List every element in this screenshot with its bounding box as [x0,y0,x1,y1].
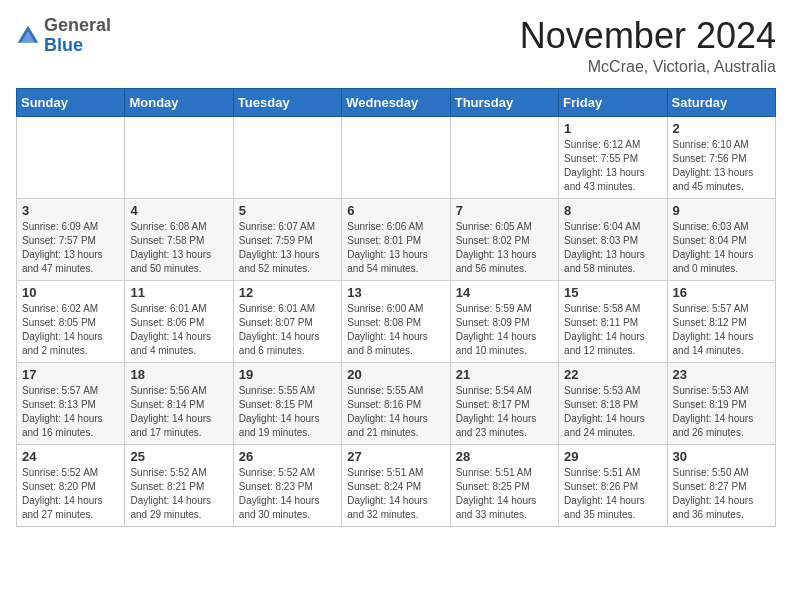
calendar-cell: 25Sunrise: 5:52 AM Sunset: 8:21 PM Dayli… [125,444,233,526]
day-number: 27 [347,449,444,464]
page-header: General Blue November 2024 McCrae, Victo… [16,16,776,76]
day-info: Sunrise: 6:10 AM Sunset: 7:56 PM Dayligh… [673,138,770,194]
location: McCrae, Victoria, Australia [520,58,776,76]
day-number: 12 [239,285,336,300]
calendar-cell: 30Sunrise: 5:50 AM Sunset: 8:27 PM Dayli… [667,444,775,526]
day-number: 22 [564,367,661,382]
calendar-cell: 6Sunrise: 6:06 AM Sunset: 8:01 PM Daylig… [342,198,450,280]
day-info: Sunrise: 5:57 AM Sunset: 8:13 PM Dayligh… [22,384,119,440]
day-info: Sunrise: 6:08 AM Sunset: 7:58 PM Dayligh… [130,220,227,276]
calendar-cell: 26Sunrise: 5:52 AM Sunset: 8:23 PM Dayli… [233,444,341,526]
day-number: 30 [673,449,770,464]
calendar-header-row: SundayMondayTuesdayWednesdayThursdayFrid… [17,88,776,116]
calendar-cell: 29Sunrise: 5:51 AM Sunset: 8:26 PM Dayli… [559,444,667,526]
column-header-friday: Friday [559,88,667,116]
calendar-cell: 11Sunrise: 6:01 AM Sunset: 8:06 PM Dayli… [125,280,233,362]
column-header-sunday: Sunday [17,88,125,116]
calendar-cell: 3Sunrise: 6:09 AM Sunset: 7:57 PM Daylig… [17,198,125,280]
day-info: Sunrise: 6:02 AM Sunset: 8:05 PM Dayligh… [22,302,119,358]
calendar-cell: 27Sunrise: 5:51 AM Sunset: 8:24 PM Dayli… [342,444,450,526]
calendar-cell: 23Sunrise: 5:53 AM Sunset: 8:19 PM Dayli… [667,362,775,444]
day-info: Sunrise: 6:01 AM Sunset: 8:07 PM Dayligh… [239,302,336,358]
day-number: 20 [347,367,444,382]
calendar-cell [17,116,125,198]
day-number: 17 [22,367,119,382]
day-info: Sunrise: 5:55 AM Sunset: 8:15 PM Dayligh… [239,384,336,440]
day-info: Sunrise: 6:07 AM Sunset: 7:59 PM Dayligh… [239,220,336,276]
column-header-thursday: Thursday [450,88,558,116]
calendar-cell [233,116,341,198]
calendar-cell: 1Sunrise: 6:12 AM Sunset: 7:55 PM Daylig… [559,116,667,198]
calendar-cell: 13Sunrise: 6:00 AM Sunset: 8:08 PM Dayli… [342,280,450,362]
day-info: Sunrise: 6:12 AM Sunset: 7:55 PM Dayligh… [564,138,661,194]
logo-text: General Blue [44,16,111,56]
calendar-cell: 16Sunrise: 5:57 AM Sunset: 8:12 PM Dayli… [667,280,775,362]
day-number: 24 [22,449,119,464]
logo-blue: Blue [44,35,83,55]
calendar-cell: 21Sunrise: 5:54 AM Sunset: 8:17 PM Dayli… [450,362,558,444]
day-number: 26 [239,449,336,464]
logo-icon [16,24,40,48]
day-number: 21 [456,367,553,382]
day-number: 11 [130,285,227,300]
calendar-cell [450,116,558,198]
calendar-cell: 19Sunrise: 5:55 AM Sunset: 8:15 PM Dayli… [233,362,341,444]
day-number: 13 [347,285,444,300]
day-info: Sunrise: 5:52 AM Sunset: 8:20 PM Dayligh… [22,466,119,522]
calendar-cell: 24Sunrise: 5:52 AM Sunset: 8:20 PM Dayli… [17,444,125,526]
day-info: Sunrise: 5:56 AM Sunset: 8:14 PM Dayligh… [130,384,227,440]
calendar-cell: 20Sunrise: 5:55 AM Sunset: 8:16 PM Dayli… [342,362,450,444]
day-info: Sunrise: 6:03 AM Sunset: 8:04 PM Dayligh… [673,220,770,276]
calendar-cell: 15Sunrise: 5:58 AM Sunset: 8:11 PM Dayli… [559,280,667,362]
day-number: 16 [673,285,770,300]
calendar-table: SundayMondayTuesdayWednesdayThursdayFrid… [16,88,776,527]
day-info: Sunrise: 5:54 AM Sunset: 8:17 PM Dayligh… [456,384,553,440]
day-number: 19 [239,367,336,382]
day-info: Sunrise: 6:04 AM Sunset: 8:03 PM Dayligh… [564,220,661,276]
day-info: Sunrise: 6:01 AM Sunset: 8:06 PM Dayligh… [130,302,227,358]
calendar-week-row: 10Sunrise: 6:02 AM Sunset: 8:05 PM Dayli… [17,280,776,362]
calendar-cell: 5Sunrise: 6:07 AM Sunset: 7:59 PM Daylig… [233,198,341,280]
calendar-cell: 17Sunrise: 5:57 AM Sunset: 8:13 PM Dayli… [17,362,125,444]
day-info: Sunrise: 5:51 AM Sunset: 8:25 PM Dayligh… [456,466,553,522]
day-info: Sunrise: 5:53 AM Sunset: 8:19 PM Dayligh… [673,384,770,440]
calendar-cell: 7Sunrise: 6:05 AM Sunset: 8:02 PM Daylig… [450,198,558,280]
column-header-monday: Monday [125,88,233,116]
day-number: 15 [564,285,661,300]
calendar-week-row: 1Sunrise: 6:12 AM Sunset: 7:55 PM Daylig… [17,116,776,198]
day-number: 6 [347,203,444,218]
calendar-cell: 28Sunrise: 5:51 AM Sunset: 8:25 PM Dayli… [450,444,558,526]
day-number: 29 [564,449,661,464]
day-info: Sunrise: 6:09 AM Sunset: 7:57 PM Dayligh… [22,220,119,276]
logo: General Blue [16,16,111,56]
day-info: Sunrise: 6:00 AM Sunset: 8:08 PM Dayligh… [347,302,444,358]
day-info: Sunrise: 5:59 AM Sunset: 8:09 PM Dayligh… [456,302,553,358]
month-title: November 2024 [520,16,776,56]
day-number: 18 [130,367,227,382]
calendar-week-row: 3Sunrise: 6:09 AM Sunset: 7:57 PM Daylig… [17,198,776,280]
calendar-cell: 22Sunrise: 5:53 AM Sunset: 8:18 PM Dayli… [559,362,667,444]
day-info: Sunrise: 6:05 AM Sunset: 8:02 PM Dayligh… [456,220,553,276]
calendar-cell: 8Sunrise: 6:04 AM Sunset: 8:03 PM Daylig… [559,198,667,280]
column-header-saturday: Saturday [667,88,775,116]
calendar-cell: 9Sunrise: 6:03 AM Sunset: 8:04 PM Daylig… [667,198,775,280]
calendar-cell [125,116,233,198]
day-number: 10 [22,285,119,300]
logo-general: General [44,15,111,35]
day-number: 7 [456,203,553,218]
day-info: Sunrise: 5:55 AM Sunset: 8:16 PM Dayligh… [347,384,444,440]
calendar-cell [342,116,450,198]
day-number: 4 [130,203,227,218]
day-number: 3 [22,203,119,218]
calendar-cell: 14Sunrise: 5:59 AM Sunset: 8:09 PM Dayli… [450,280,558,362]
day-info: Sunrise: 5:50 AM Sunset: 8:27 PM Dayligh… [673,466,770,522]
day-number: 2 [673,121,770,136]
day-number: 1 [564,121,661,136]
day-info: Sunrise: 6:06 AM Sunset: 8:01 PM Dayligh… [347,220,444,276]
calendar-week-row: 17Sunrise: 5:57 AM Sunset: 8:13 PM Dayli… [17,362,776,444]
day-info: Sunrise: 5:58 AM Sunset: 8:11 PM Dayligh… [564,302,661,358]
day-number: 5 [239,203,336,218]
title-block: November 2024 McCrae, Victoria, Australi… [520,16,776,76]
day-number: 23 [673,367,770,382]
calendar-week-row: 24Sunrise: 5:52 AM Sunset: 8:20 PM Dayli… [17,444,776,526]
